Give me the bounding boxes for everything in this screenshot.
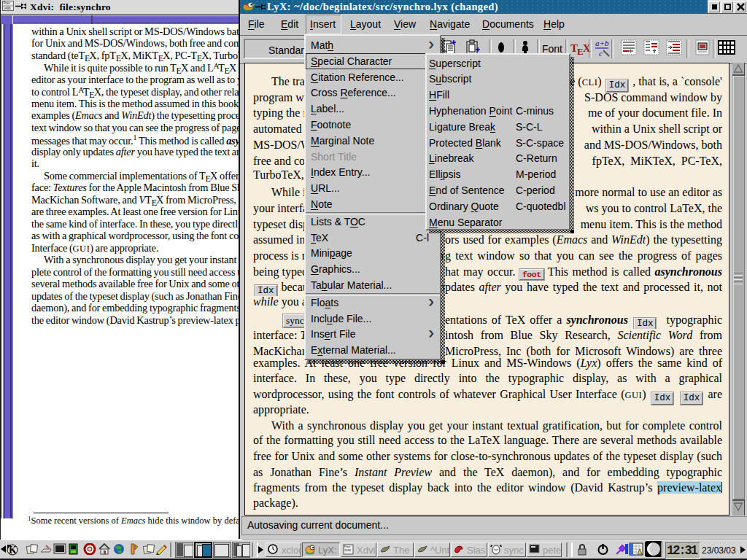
svg-text:K: K bbox=[9, 545, 17, 556]
svg-text:1496: 1496 bbox=[4, 7, 12, 10]
svg-text:a+b: a+b bbox=[595, 39, 609, 47]
svg-text:1496: 1496 bbox=[344, 548, 352, 552]
svg-text:c: c bbox=[599, 49, 603, 58]
svg-text:Prev: Prev bbox=[4, 1, 11, 5]
